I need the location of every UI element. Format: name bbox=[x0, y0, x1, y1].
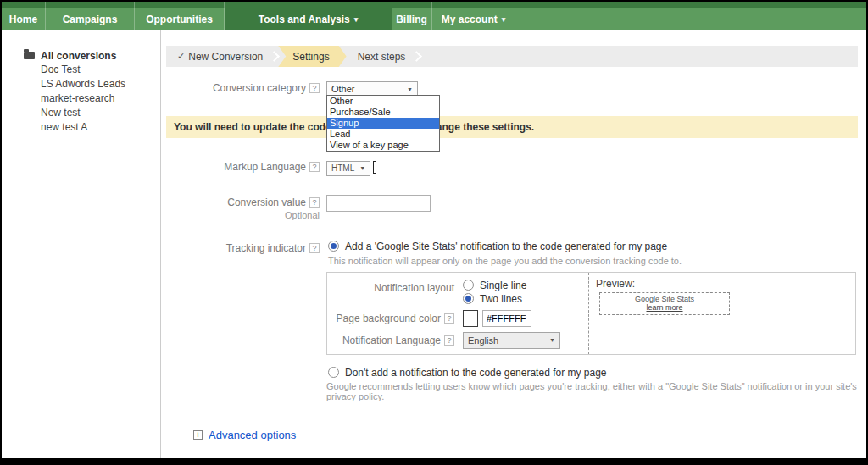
radio-selected-icon[interactable] bbox=[463, 293, 474, 304]
conversion-value-label: Conversion value bbox=[227, 197, 306, 208]
notification-language-value: English bbox=[468, 335, 498, 346]
tracking-no-notification-option[interactable]: Don't add a notification to the code gen… bbox=[328, 367, 858, 379]
wizard-step-bar: ✓ New Conversion Settings Next steps bbox=[166, 46, 858, 67]
conversion-category-row: Conversion category? Other ▼ Other Purch… bbox=[166, 80, 858, 97]
help-icon[interactable]: ? bbox=[309, 243, 320, 253]
check-icon: ✓ bbox=[177, 51, 185, 62]
google-site-stats-preview: Google Site Stats learn more bbox=[599, 292, 730, 315]
top-navigation: Home Campaigns Opportunities Tools and A… bbox=[2, 2, 866, 30]
layout-single-line-option[interactable]: Single line bbox=[463, 280, 526, 291]
conversions-sidebar: All conversions Doc Test LS Adwords Lead… bbox=[2, 30, 161, 458]
conversion-category-dropdown: Other Purchase/Sale Signup Lead View of … bbox=[326, 95, 440, 152]
help-icon[interactable]: ? bbox=[444, 335, 454, 346]
radio-selected-icon[interactable] bbox=[328, 241, 339, 252]
notification-settings-box: Notification layout Single line Two line… bbox=[326, 272, 856, 355]
dropdown-option-purchase-sale[interactable]: Purchase/Sale bbox=[327, 107, 439, 118]
nav-tab-opportunities[interactable]: Opportunities bbox=[135, 2, 225, 30]
nav-tab-tools-and-analysis[interactable]: Tools and Analysis ▾ bbox=[225, 2, 392, 30]
layout-single-line-label: Single line bbox=[480, 280, 526, 291]
notification-language-row: Notification Language? English ▼ bbox=[327, 332, 588, 349]
sidebar-item-all-conversions[interactable]: All conversions bbox=[2, 48, 160, 63]
help-icon[interactable]: ? bbox=[309, 197, 320, 208]
sidebar-item-new-test[interactable]: New test bbox=[2, 106, 160, 120]
select-arrow-icon: ▼ bbox=[359, 165, 365, 171]
conversion-value-row: Conversion value? Optional bbox=[166, 195, 858, 220]
sidebar-item-doc-test[interactable]: Doc Test bbox=[2, 63, 160, 77]
notification-language-select[interactable]: English ▼ bbox=[463, 332, 560, 349]
sidebar-item-market-research[interactable]: market-research bbox=[2, 91, 160, 106]
nav-tab-campaigns-label: Campaigns bbox=[63, 14, 118, 25]
nav-tab-billing[interactable]: Billing bbox=[392, 2, 432, 30]
notification-layout-label: Notification layout bbox=[327, 280, 454, 294]
update-code-notice: You will need to update the code on your… bbox=[166, 116, 858, 138]
chevron-down-icon: ▾ bbox=[354, 15, 359, 24]
tracking-add-notification-option[interactable]: Add a 'Google Site Stats' notification t… bbox=[328, 241, 858, 252]
expand-plus-icon[interactable]: + bbox=[193, 430, 203, 440]
notification-language-label-wrap: Notification Language? bbox=[327, 332, 454, 346]
sidebar-item-ls-adwords-leads[interactable]: LS Adwords Leads bbox=[2, 77, 160, 91]
help-icon[interactable]: ? bbox=[444, 313, 454, 324]
step-next-steps[interactable]: Next steps bbox=[347, 46, 417, 67]
preview-learn-more-link: learn more bbox=[600, 303, 729, 312]
step-next-steps-label: Next steps bbox=[358, 51, 406, 63]
folder-icon bbox=[24, 52, 35, 59]
dropdown-option-other[interactable]: Other bbox=[327, 96, 439, 107]
layout-two-lines-label: Two lines bbox=[480, 293, 522, 305]
nav-tab-tools-label: Tools and Analysis bbox=[259, 14, 350, 25]
notification-layout-row: Notification layout Single line Two line… bbox=[327, 280, 588, 305]
markup-language-label-wrap: Markup Language? bbox=[166, 159, 320, 173]
advanced-options-toggle[interactable]: + Advanced options bbox=[193, 429, 858, 441]
color-swatch[interactable] bbox=[463, 310, 478, 327]
preview-label: Preview: bbox=[596, 278, 849, 290]
help-icon[interactable]: ? bbox=[309, 162, 320, 172]
markup-language-value: HTML bbox=[331, 163, 354, 173]
radio-unselected-icon[interactable] bbox=[328, 367, 339, 378]
markup-language-row: Markup Language? HTML ▼ bbox=[166, 159, 858, 176]
dropdown-option-signup[interactable]: Signup bbox=[327, 118, 439, 129]
markup-language-label: Markup Language bbox=[224, 161, 306, 173]
radio-unselected-icon[interactable] bbox=[463, 280, 474, 291]
select-arrow-icon: ▼ bbox=[407, 86, 413, 92]
dropdown-option-view-key-page[interactable]: View of a key page bbox=[327, 140, 439, 151]
nav-tab-billing-label: Billing bbox=[396, 14, 427, 25]
nav-tab-my-account[interactable]: My account ▾ bbox=[432, 2, 515, 30]
tracking-indicator-label: Tracking indicator bbox=[226, 242, 306, 254]
conversion-category-value: Other bbox=[331, 84, 355, 94]
tracking-add-notification-label: Add a 'Google Site Stats' notification t… bbox=[345, 241, 667, 252]
main-panel: ✓ New Conversion Settings Next steps Con… bbox=[161, 30, 866, 458]
select-arrow-icon: ▼ bbox=[549, 337, 555, 343]
chevron-down-icon: ▾ bbox=[502, 15, 506, 24]
step-new-conversion-label: New Conversion bbox=[188, 51, 263, 63]
tracking-no-notification-label: Don't add a notification to the code gen… bbox=[345, 367, 607, 379]
page-background-color-label: Page background color bbox=[337, 313, 441, 324]
page-background-color-label-wrap: Page background color? bbox=[327, 310, 454, 324]
tracking-recommendation-text: Google recommends letting users know whi… bbox=[326, 381, 858, 401]
conversion-value-label-wrap: Conversion value? Optional bbox=[166, 195, 320, 220]
help-icon[interactable]: ? bbox=[309, 83, 320, 93]
conversion-value-input[interactable] bbox=[326, 195, 431, 212]
step-settings[interactable]: Settings bbox=[278, 46, 346, 67]
step-new-conversion[interactable]: ✓ New Conversion bbox=[166, 46, 274, 67]
sidebar-root-label: All conversions bbox=[41, 50, 116, 62]
page-background-color-row: Page background color? bbox=[327, 310, 588, 327]
notification-language-label: Notification Language bbox=[342, 335, 441, 346]
conversion-category-label: Conversion category bbox=[213, 82, 306, 94]
notification-preview-pane: Preview: Google Site Stats learn more bbox=[588, 273, 855, 354]
nav-tab-opportunities-label: Opportunities bbox=[146, 14, 213, 25]
advanced-options-link[interactable]: Advanced options bbox=[209, 429, 296, 441]
nav-tab-home-label: Home bbox=[9, 14, 37, 25]
preview-stats-text: Google Site Stats bbox=[600, 295, 729, 303]
layout-two-lines-option[interactable]: Two lines bbox=[463, 293, 526, 305]
sidebar-item-new-test-a[interactable]: new test A bbox=[2, 120, 160, 135]
nav-tab-home[interactable]: Home bbox=[2, 2, 46, 30]
step-settings-label: Settings bbox=[292, 51, 329, 63]
text-cursor-icon bbox=[373, 161, 376, 174]
tracking-add-helper-text: This notification will appear only on th… bbox=[328, 256, 858, 266]
tracking-indicator-row: Tracking indicator? Add a 'Google Site S… bbox=[166, 241, 858, 401]
nav-tab-campaigns[interactable]: Campaigns bbox=[46, 2, 135, 30]
page-background-color-input[interactable] bbox=[482, 310, 531, 327]
dropdown-option-lead[interactable]: Lead bbox=[327, 129, 439, 140]
app-window: Home Campaigns Opportunities Tools and A… bbox=[2, 2, 866, 458]
markup-language-select[interactable]: HTML ▼ bbox=[326, 161, 370, 176]
conversion-value-optional-label: Optional bbox=[166, 210, 320, 220]
